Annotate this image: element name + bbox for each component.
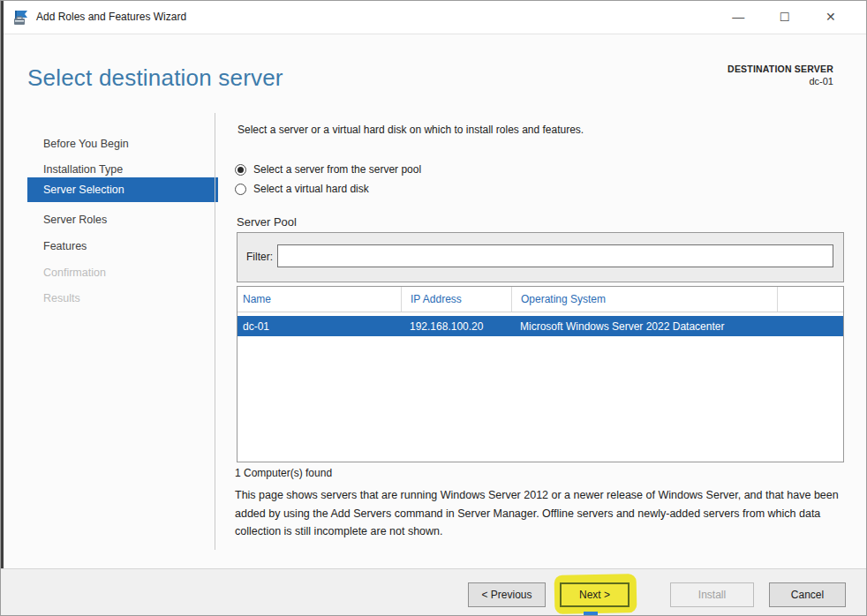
- radio-vhd-label: Select a virtual hard disk: [253, 183, 369, 195]
- sidebar-item-confirmation: Confirmation: [27, 260, 218, 285]
- window-controls: — ☐ ✕: [715, 1, 854, 33]
- radio-unselected-icon[interactable]: [235, 184, 246, 195]
- table-header-row: Name IP Address Operating System: [237, 287, 843, 312]
- window-left-edge: [1, 1, 4, 616]
- radio-server-pool[interactable]: Select a server from the server pool: [235, 162, 421, 177]
- sidebar-item-before-you-begin[interactable]: Before You Begin: [27, 131, 218, 156]
- title-bar: Add Roles and Features Wizard — ☐ ✕: [4, 1, 866, 34]
- filter-panel: Filter:: [237, 232, 844, 282]
- minimize-icon[interactable]: —: [715, 1, 761, 33]
- window-title: Add Roles and Features Wizard: [36, 11, 186, 23]
- maximize-icon[interactable]: ☐: [761, 1, 807, 33]
- sidebar-item-results: Results: [27, 286, 218, 311]
- radio-virtual-hard-disk[interactable]: Select a virtual hard disk: [235, 182, 369, 196]
- cell-operating-system: Microsoft Windows Server 2022 Datacenter: [511, 316, 777, 336]
- column-header-ip-address[interactable]: IP Address: [401, 287, 511, 312]
- intro-text: Select a server or a virtual hard disk o…: [237, 124, 584, 136]
- next-button[interactable]: Next >: [560, 582, 630, 607]
- server-pool-table: Name IP Address Operating System dc-01 1…: [237, 286, 844, 462]
- cell-name: dc-01: [237, 316, 401, 336]
- sidebar-divider: [215, 113, 215, 550]
- destination-server-block: DESTINATION SERVER dc-01: [728, 64, 833, 86]
- sidebar-item-server-roles[interactable]: Server Roles: [27, 207, 218, 232]
- computers-found-text: 1 Computer(s) found: [235, 467, 332, 479]
- cell-empty: [777, 316, 843, 336]
- destination-server-value: dc-01: [728, 76, 833, 86]
- wizard-app-icon: [13, 10, 29, 26]
- column-header-operating-system[interactable]: Operating System: [511, 287, 777, 312]
- page-title: Select destination server: [27, 64, 283, 92]
- filter-label: Filter:: [246, 251, 273, 263]
- install-button: Install: [670, 582, 754, 607]
- button-bar: < Previous Next > Install Cancel: [1, 568, 867, 616]
- sidebar-item-server-selection[interactable]: Server Selection: [27, 177, 218, 202]
- cancel-button[interactable]: Cancel: [769, 582, 846, 607]
- server-pool-heading: Server Pool: [237, 215, 297, 229]
- radio-selected-icon[interactable]: [235, 164, 246, 176]
- column-header-empty: [777, 287, 843, 312]
- close-icon[interactable]: ✕: [808, 1, 854, 33]
- page-description: This page shows servers that are running…: [235, 486, 846, 541]
- radio-server-pool-label: Select a server from the server pool: [253, 163, 421, 176]
- filter-input[interactable]: [277, 244, 833, 267]
- table-row-dc-01[interactable]: dc-01 192.168.100.20 Microsoft Windows S…: [237, 316, 843, 336]
- previous-button[interactable]: < Previous: [468, 582, 546, 607]
- destination-server-label: DESTINATION SERVER: [728, 64, 833, 74]
- cell-ip-address: 192.168.100.20: [401, 316, 511, 336]
- column-header-name[interactable]: Name: [237, 287, 401, 312]
- sidebar-item-features[interactable]: Features: [27, 234, 218, 259]
- next-button-highlight-mark: [584, 612, 598, 615]
- wizard-window: Add Roles and Features Wizard — ☐ ✕ Sele…: [0, 0, 867, 616]
